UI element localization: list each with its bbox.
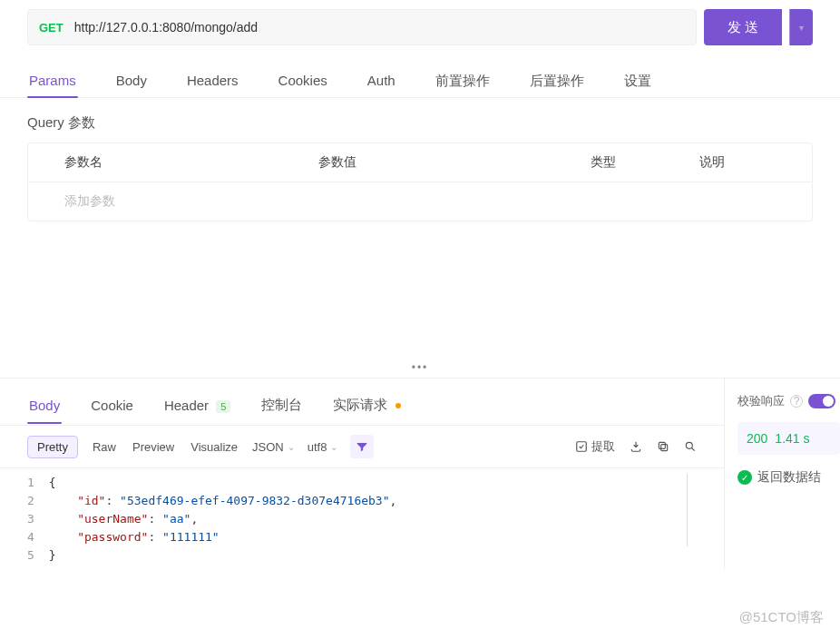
json-key: "password" (77, 530, 148, 544)
line-number: 4 (27, 528, 34, 546)
chevron-down-icon: ⌄ (288, 442, 295, 452)
code-body: { "id": "53edf469-efef-4097-9832-d307e47… (49, 474, 697, 565)
tab-postrequest[interactable]: 后置操作 (528, 65, 586, 97)
json-key: "userName" (77, 512, 148, 526)
json-key: "id" (77, 494, 105, 507)
response-panel: Body Cookie Header 5 控制台 实际请求 Pretty Raw… (0, 378, 840, 570)
line-gutter: 1 2 3 4 5 (27, 474, 49, 565)
response-sidebar: 校验响应 ? 200 1.41 s ✓ 返回数据结 (724, 378, 840, 570)
response-toolbar: Pretty Raw Preview Visualize JSON ⌄ utf8… (0, 426, 724, 468)
download-icon (630, 440, 642, 453)
params-add-row[interactable]: 添加参数 (27, 182, 813, 221)
format-select[interactable]: JSON ⌄ (252, 440, 295, 454)
query-params-title: Query 参数 (0, 98, 840, 143)
tab-cookies[interactable]: Cookies (277, 65, 329, 97)
line-number: 3 (27, 510, 34, 528)
view-visualize-button[interactable]: Visualize (189, 437, 239, 457)
tab-body[interactable]: Body (114, 65, 149, 97)
extract-button[interactable]: 提取 (575, 438, 615, 455)
jsonpath-filter-button[interactable] (350, 435, 374, 458)
chevron-down-icon: ⌄ (330, 442, 337, 452)
request-tabs: Params Body Headers Cookies Auth 前置操作 后置… (0, 54, 840, 98)
help-icon[interactable]: ? (790, 395, 803, 408)
resp-tab-cookie[interactable]: Cookie (89, 392, 135, 424)
json-value: "aa" (162, 512, 190, 526)
params-table: 参数名 参数值 类型 说明 添加参数 (0, 143, 840, 221)
response-code[interactable]: 1 2 3 4 5 { "id": "53edf469-efef-4097-98… (0, 468, 724, 570)
search-icon (684, 440, 697, 453)
resp-tab-body[interactable]: Body (27, 392, 62, 424)
view-pretty-button[interactable]: Pretty (27, 436, 78, 458)
resp-tab-actual-label: 实际请求 (333, 397, 387, 412)
extract-label: 提取 (591, 438, 615, 455)
validation-success-row: ✓ 返回数据结 (737, 469, 840, 486)
view-raw-button[interactable]: Raw (91, 437, 118, 457)
json-value: "53edf469-efef-4097-9832-d307e4716eb3" (120, 494, 389, 507)
spacer (0, 221, 840, 358)
tab-auth[interactable]: Auth (366, 65, 397, 97)
resp-tab-header[interactable]: Header 5 (162, 392, 233, 424)
validate-response-row: 校验响应 ? (737, 393, 840, 409)
response-tabs: Body Cookie Header 5 控制台 实际请求 (0, 378, 724, 426)
send-button[interactable]: 发 送 (704, 9, 782, 45)
response-left: Body Cookie Header 5 控制台 实际请求 Pretty Raw… (0, 378, 724, 570)
tab-settings[interactable]: 设置 (622, 65, 653, 97)
url-row: GET http://127.0.0.1:8080/mongo/add 发 送 … (0, 0, 840, 54)
resp-tab-header-label: Header (164, 398, 209, 413)
params-header-row: 参数名 参数值 类型 说明 (27, 143, 813, 182)
svg-rect-1 (661, 445, 668, 451)
toolbar-icon-group: 提取 (575, 438, 697, 455)
status-time: 1.41 s (775, 431, 809, 446)
format-label: JSON (252, 440, 284, 454)
copy-button[interactable] (657, 440, 669, 453)
encoding-select[interactable]: utf8 ⌄ (308, 440, 338, 454)
validation-success-label: 返回数据结 (757, 469, 821, 486)
resize-handle[interactable]: ••• (0, 358, 840, 378)
line-number: 1 (27, 474, 34, 492)
encoding-label: utf8 (308, 440, 327, 454)
svg-point-3 (686, 442, 692, 448)
svg-rect-2 (659, 442, 665, 448)
chevron-down-icon: ▾ (799, 23, 804, 33)
validate-label: 校验响应 (737, 393, 785, 409)
status-code: 200 (747, 431, 767, 446)
check-icon: ✓ (737, 470, 752, 485)
status-card[interactable]: 200 1.41 s (737, 422, 840, 455)
copy-icon (657, 440, 669, 453)
validate-toggle[interactable] (808, 394, 835, 408)
svg-rect-0 (577, 442, 587, 452)
tab-prerequest[interactable]: 前置操作 (434, 65, 492, 97)
code-ruler (687, 474, 688, 546)
extract-icon (575, 440, 588, 453)
add-param-placeholder[interactable]: 添加参数 (37, 193, 318, 210)
dot-indicator-icon (396, 403, 401, 408)
http-method[interactable]: GET (39, 21, 63, 34)
col-value: 参数值 (318, 154, 591, 171)
filter-icon (356, 440, 368, 453)
search-button[interactable] (684, 440, 697, 453)
tab-headers[interactable]: Headers (185, 65, 240, 97)
line-number: 2 (27, 492, 34, 510)
json-value: "111111" (162, 530, 220, 544)
resp-tab-actual[interactable]: 实际请求 (331, 391, 402, 425)
line-number: 5 (27, 546, 34, 565)
col-type: 类型 (591, 154, 699, 171)
download-button[interactable] (630, 440, 642, 453)
url-input[interactable]: http://127.0.0.1:8080/mongo/add (74, 20, 258, 34)
col-name: 参数名 (37, 154, 318, 171)
header-count-badge: 5 (216, 400, 230, 413)
col-desc: 说明 (699, 154, 803, 171)
watermark: @51CTO博客 (739, 609, 824, 626)
resp-tab-console[interactable]: 控制台 (259, 391, 304, 425)
send-dropdown-button[interactable]: ▾ (789, 9, 813, 45)
url-bar[interactable]: GET http://127.0.0.1:8080/mongo/add (27, 9, 697, 45)
view-preview-button[interactable]: Preview (131, 437, 176, 457)
tab-params[interactable]: Params (27, 65, 78, 97)
